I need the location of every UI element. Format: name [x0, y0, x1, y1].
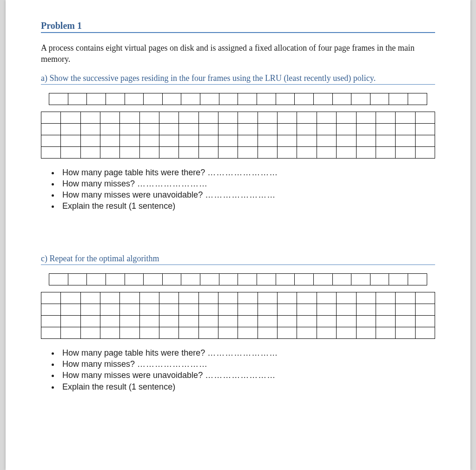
problem-statement: A process contains eight virtual pages o…	[41, 42, 435, 65]
question-a-explain: Explain the result (1 sentence)	[60, 200, 435, 212]
viewport: Problem 1 A process contains eight virtu…	[0, 0, 476, 470]
question-c-explain: Explain the result (1 sentence)	[60, 381, 435, 392]
subheading-a: a) Show the successive pages residing in…	[41, 73, 435, 85]
grid-a-frames	[41, 112, 435, 159]
reference-row-table-a	[49, 93, 427, 105]
section-gap	[41, 212, 435, 254]
question-a-misses: How many misses? ……………………	[60, 178, 435, 189]
question-a-hits: How many page table hits were there? …………	[60, 167, 435, 178]
problem-title: Problem 1	[41, 20, 435, 33]
questions-list-a: How many page table hits were there? …………	[60, 167, 435, 212]
reference-row-table-c	[49, 273, 427, 285]
grid-c-frames	[41, 292, 435, 339]
frame-table-a	[41, 112, 435, 159]
frame-table-c	[41, 292, 435, 339]
document-page: Problem 1 A process contains eight virtu…	[6, 0, 470, 470]
question-c-unavoidable: How many misses were unavoidable? …………………	[60, 370, 435, 381]
grid-a-row	[41, 93, 435, 105]
questions-list-c: How many page table hits were there? …………	[60, 347, 435, 392]
question-c-misses: How many misses? ……………………	[60, 358, 435, 370]
subheading-c: c) Repeat for the optimal algorithm	[41, 254, 435, 265]
question-c-hits: How many page table hits were there? …………	[60, 347, 435, 358]
grid-c-row	[41, 273, 435, 285]
question-a-unavoidable: How many misses were unavoidable? …………………	[60, 189, 435, 200]
